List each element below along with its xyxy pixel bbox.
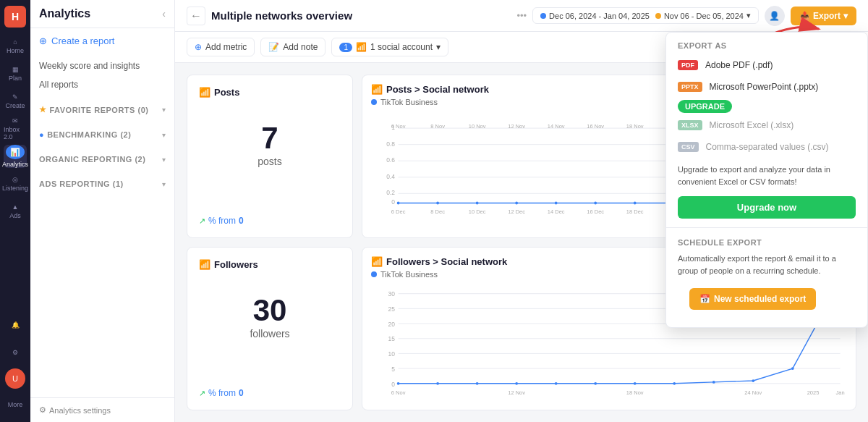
export-xlsx-item[interactable]: XLSX Microsoft Excel (.xlsx) xyxy=(666,114,867,136)
export-pdf-item[interactable]: PDF Adobe PDF (.pdf) xyxy=(666,54,867,76)
svg-text:14 Dec: 14 Dec xyxy=(548,208,565,215)
social-account-button[interactable]: 1 📶 1 social account ▾ xyxy=(331,38,448,56)
nav-ads[interactable]: ▲ Ads xyxy=(4,200,27,223)
sidebar-section-benchmarking: ● BENCHMARKING (2) ▾ xyxy=(30,122,174,147)
date-dot-secondary xyxy=(655,13,661,19)
nav-settings[interactable]: ⚙ xyxy=(4,341,27,364)
chevron-down-icon: ▾ xyxy=(162,180,166,188)
posts-stat-card: 📶 Posts 7 posts ↗ % from 0 xyxy=(187,75,353,238)
chevron-down-icon: ▾ xyxy=(746,11,751,20)
analytics-settings-link[interactable]: ⚙ Analytics settings xyxy=(39,405,166,415)
svg-point-67 xyxy=(594,382,597,385)
gear-icon: ⚙ xyxy=(39,405,46,415)
nav-home[interactable]: ⌂ Home xyxy=(4,35,27,58)
plus-icon: ⊕ xyxy=(39,35,47,46)
svg-text:12 Nov: 12 Nov xyxy=(508,123,525,130)
export-csv-item[interactable]: CSV Comma-separated values (.csv) xyxy=(666,136,867,158)
svg-point-64 xyxy=(476,382,479,385)
posts-change-value: 0 xyxy=(239,216,244,226)
svg-point-68 xyxy=(634,382,637,385)
benchmarking-section-header[interactable]: ● BENCHMARKING (2) ▾ xyxy=(39,127,166,143)
account-count-badge: 1 xyxy=(339,43,352,52)
arrow-up-icon: ↗ xyxy=(199,389,205,398)
export-icon: 📤 xyxy=(799,11,810,21)
left-navigation: H ⌂ Home ▦ Plan ✎ Create ✉ Inbox 2.0 📊 A… xyxy=(0,0,30,422)
nav-listening[interactable]: ◎ Listening xyxy=(4,172,27,195)
sidebar-section-organic: ORGANIC REPORTING (2) ▾ xyxy=(30,147,174,172)
sidebar-collapse-icon[interactable]: ‹ xyxy=(162,8,166,20)
svg-text:15: 15 xyxy=(388,336,395,343)
favorites-section-header[interactable]: ★ FAVORITE REPORTS (0) ▾ xyxy=(39,101,166,118)
plus-icon: ⊕ xyxy=(195,42,202,52)
svg-point-69 xyxy=(673,382,676,385)
date-range-picker[interactable]: Dec 06, 2024 - Jan 04, 2025 Nov 06 - Dec… xyxy=(532,7,759,24)
chart-icon: ● xyxy=(39,130,44,139)
export-csv-label: Comma-separated values (.csv) xyxy=(706,142,829,152)
posts-change: ↗ % from 0 xyxy=(199,207,341,226)
followers-number: 30 xyxy=(199,293,341,328)
svg-text:16 Dec: 16 Dec xyxy=(587,208,604,215)
weekly-score-link[interactable]: Weekly score and insights xyxy=(39,56,166,75)
add-note-button[interactable]: 📝 Add note xyxy=(260,38,326,56)
svg-point-14 xyxy=(476,202,479,205)
svg-text:8 Nov: 8 Nov xyxy=(430,123,445,130)
svg-text:24 Nov: 24 Nov xyxy=(744,389,762,396)
user-avatar-button[interactable]: 👤 xyxy=(765,6,785,26)
svg-text:8 Dec: 8 Dec xyxy=(430,208,445,215)
svg-point-13 xyxy=(436,202,439,205)
add-metric-button[interactable]: ⊕ Add metric xyxy=(187,38,255,56)
new-scheduled-export-button[interactable]: 📅 New scheduled export xyxy=(689,288,816,310)
chevron-down-icon: ▾ xyxy=(843,11,848,21)
more-options-icon[interactable]: ••• xyxy=(516,10,527,21)
nav-analytics[interactable]: 📊 Analytics xyxy=(4,145,27,168)
svg-point-72 xyxy=(791,367,794,370)
chevron-down-icon: ▾ xyxy=(436,42,441,52)
schedule-export-title: SCHEDULE EXPORT xyxy=(666,231,867,250)
upgrade-badge-row: UPGRADE xyxy=(666,98,867,114)
svg-point-17 xyxy=(594,202,597,205)
nav-notifications[interactable]: 🔔 xyxy=(4,313,27,337)
svg-text:Jan: Jan xyxy=(836,389,845,396)
svg-text:0: 0 xyxy=(391,198,395,206)
sidebar-section-ads: ADS REPORTING (1) ▾ xyxy=(30,172,174,196)
ads-section-header[interactable]: ADS REPORTING (1) ▾ xyxy=(39,176,166,192)
svg-text:10: 10 xyxy=(388,350,395,358)
upgrade-now-button[interactable]: Upgrade now xyxy=(678,196,856,219)
create-report-button[interactable]: ⊕ Create a report xyxy=(39,35,166,46)
svg-text:12 Nov: 12 Nov xyxy=(508,389,525,396)
all-reports-link[interactable]: All reports xyxy=(39,75,166,94)
legend-dot xyxy=(371,99,377,105)
svg-text:0.8: 0.8 xyxy=(386,140,395,148)
main-content: ← Multiple networks overview ••• Dec 06,… xyxy=(175,0,868,422)
nav-more[interactable]: More xyxy=(4,393,27,416)
svg-text:6 Dec: 6 Dec xyxy=(391,208,406,215)
svg-text:0: 0 xyxy=(391,381,395,388)
date-dot-primary xyxy=(540,13,546,19)
back-button[interactable]: ← xyxy=(187,7,205,25)
followers-stat-card: 📶 Followers 30 followers ↗ % from 0 xyxy=(187,247,353,410)
xlsx-badge: XLSX xyxy=(678,120,702,130)
nav-inbox[interactable]: ✉ Inbox 2.0 xyxy=(4,117,27,140)
sidebar-section-favorites: ★ FAVORITE REPORTS (0) ▾ xyxy=(30,97,174,122)
nav-create[interactable]: ✎ Create xyxy=(4,90,27,113)
posts-number: 7 xyxy=(199,121,341,156)
export-pptx-item[interactable]: PPTX Microsoft PowerPoint (.pptx) xyxy=(666,76,867,98)
svg-text:18 Nov: 18 Nov xyxy=(626,389,644,396)
pdf-badge: PDF xyxy=(678,60,698,70)
organic-section-header[interactable]: ORGANIC REPORTING (2) ▾ xyxy=(39,151,166,167)
wifi-icon: 📶 xyxy=(199,87,210,98)
wifi-icon: 📶 xyxy=(371,256,383,267)
sidebar-bottom: ⚙ Analytics settings xyxy=(30,397,174,422)
app-logo[interactable]: H xyxy=(4,6,26,28)
svg-text:18 Nov: 18 Nov xyxy=(626,123,644,130)
export-button[interactable]: 📤 Export ▾ xyxy=(791,7,856,25)
wifi-icon: 📶 xyxy=(371,84,383,95)
schedule-text: Automatically export the report & email … xyxy=(666,250,867,282)
legend-dot xyxy=(371,271,377,277)
svg-point-15 xyxy=(515,202,518,205)
nav-plan[interactable]: ▦ Plan xyxy=(4,62,27,85)
nav-user-avatar[interactable]: U xyxy=(5,368,25,389)
upgrade-badge: UPGRADE xyxy=(678,100,732,113)
new-scheduled-export-row: 📅 New scheduled export xyxy=(666,282,867,327)
svg-text:18 Dec: 18 Dec xyxy=(626,208,644,215)
